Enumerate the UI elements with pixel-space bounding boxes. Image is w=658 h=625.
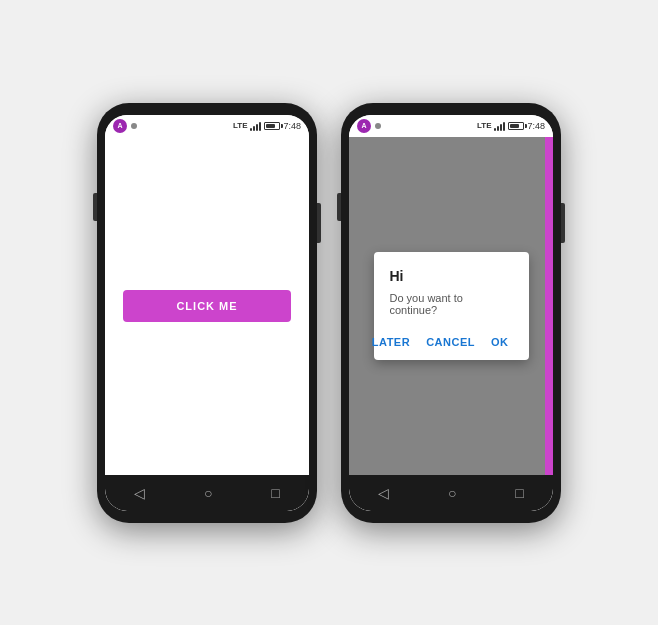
purple-bar <box>545 137 553 475</box>
phone-1: A LTE 7:48 <box>97 103 317 523</box>
dialog-title: Hi <box>390 268 513 284</box>
nav-bar-1: ◁ ○ □ <box>105 475 309 511</box>
lte-label-2: LTE <box>477 121 492 130</box>
time-1: 7:48 <box>283 121 301 131</box>
click-me-button[interactable]: CLICK ME <box>123 290 290 322</box>
dot-1 <box>131 123 137 129</box>
phones-container: A LTE 7:48 <box>97 103 561 523</box>
home-button-1[interactable]: ○ <box>204 485 212 501</box>
status-bar-2: A LTE 7:48 <box>349 115 553 137</box>
dialog-buttons: LATER CANCEL OK <box>390 332 513 352</box>
dot-2 <box>375 123 381 129</box>
recents-button-2[interactable]: □ <box>515 485 523 501</box>
phone-1-screen: A LTE 7:48 <box>105 115 309 511</box>
status-right-1: LTE 7:48 <box>233 121 301 131</box>
status-left-1: A <box>113 119 137 133</box>
alert-dialog: Hi Do you want to continue? LATER CANCEL… <box>374 252 529 360</box>
phone-2-screen: A LTE 7:48 <box>349 115 553 511</box>
status-bar-1: A LTE 7:48 <box>105 115 309 137</box>
cancel-button[interactable]: CANCEL <box>422 332 479 352</box>
app-content-1: CLICK ME <box>105 137 309 475</box>
back-button-2[interactable]: ◁ <box>378 485 389 501</box>
status-left-2: A <box>357 119 381 133</box>
home-button-2[interactable]: ○ <box>448 485 456 501</box>
signal-icon-2 <box>494 121 505 131</box>
phone-2: A LTE 7:48 <box>341 103 561 523</box>
app-icon-2: A <box>357 119 371 133</box>
status-right-2: LTE 7:48 <box>477 121 545 131</box>
later-button[interactable]: LATER <box>368 332 414 352</box>
app-icon-1: A <box>113 119 127 133</box>
lte-label-1: LTE <box>233 121 248 130</box>
dialog-message: Do you want to continue? <box>390 292 513 316</box>
nav-bar-2: ◁ ○ □ <box>349 475 553 511</box>
time-2: 7:48 <box>527 121 545 131</box>
ok-button[interactable]: OK <box>487 332 513 352</box>
back-button-1[interactable]: ◁ <box>134 485 145 501</box>
signal-icon-1 <box>250 121 261 131</box>
battery-icon-1 <box>264 122 280 130</box>
recents-button-1[interactable]: □ <box>271 485 279 501</box>
battery-icon-2 <box>508 122 524 130</box>
app-content-2: Hi Do you want to continue? LATER CANCEL… <box>349 137 553 475</box>
